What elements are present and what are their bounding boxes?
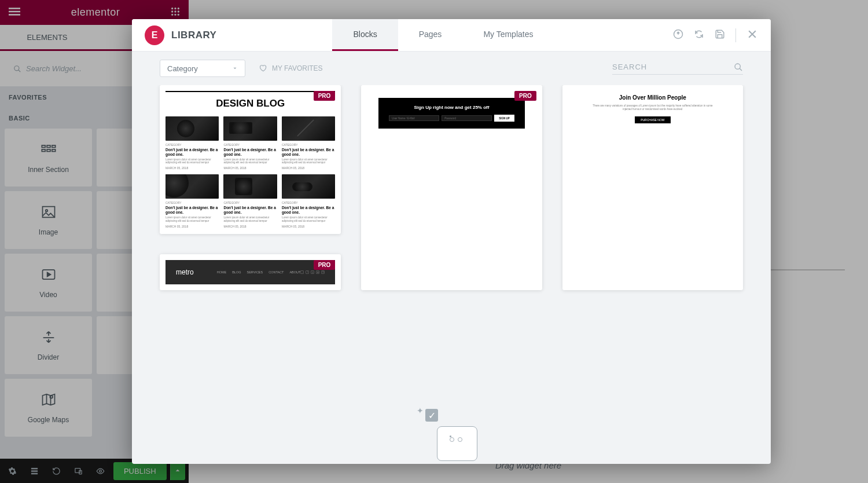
tab-blocks[interactable]: Blocks	[332, 19, 398, 51]
pro-badge: PRO	[314, 91, 336, 101]
preview-logo: metro	[176, 268, 194, 276]
modal-title: LIBRARY	[171, 30, 216, 41]
search-icon	[734, 63, 743, 72]
preview-title: Join Over Million People	[591, 94, 714, 101]
pro-badge: PRO	[314, 260, 336, 270]
import-icon[interactable]	[673, 29, 683, 42]
modal-actions	[673, 28, 758, 42]
category-select[interactable]: Category	[160, 60, 245, 77]
template-card-metro[interactable]: PRO metro HOME BLOG SERVICES CONTACT ABO…	[160, 254, 341, 290]
template-card-signup[interactable]: PRO Sign Up right now and get 25% off Us…	[361, 85, 542, 290]
modal-header: E LIBRARY Blocks Pages My Templates	[132, 19, 771, 52]
sync-icon[interactable]	[694, 29, 704, 42]
my-favorites-button[interactable]: MY FAVORITES	[259, 64, 323, 72]
template-card-design-blog[interactable]: PRO DESIGN BLOG CATEGORYDon't just be a …	[160, 85, 341, 234]
modal-toolbar: Category MY FAVORITES SEARCH	[132, 52, 771, 85]
search-input[interactable]: SEARCH	[612, 63, 743, 75]
modal-tabs: Blocks Pages My Templates	[332, 19, 554, 51]
empty-state-illustration: ✦ ✓	[417, 406, 486, 464]
modal-logo: E	[145, 25, 164, 45]
preview-title: DESIGN BLOG	[165, 98, 335, 109]
template-card-join[interactable]: Join Over Million People There are many …	[562, 85, 743, 290]
chevron-down-icon	[232, 65, 238, 71]
heart-icon	[259, 64, 267, 72]
save-icon[interactable]	[715, 29, 725, 42]
tab-my-templates[interactable]: My Templates	[462, 19, 554, 51]
library-modal: E LIBRARY Blocks Pages My Templates Cate…	[132, 19, 771, 464]
divider	[735, 28, 736, 42]
close-icon[interactable]	[746, 28, 758, 42]
svg-line-34	[740, 68, 742, 71]
tab-pages[interactable]: Pages	[398, 19, 463, 51]
pro-badge: PRO	[514, 91, 536, 101]
svg-point-33	[735, 64, 740, 69]
preview-title: Sign Up right now and get 25% off	[389, 105, 514, 110]
